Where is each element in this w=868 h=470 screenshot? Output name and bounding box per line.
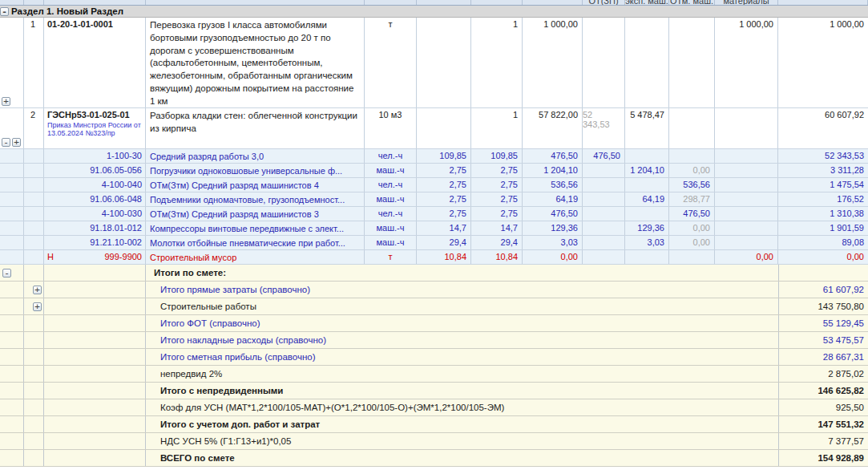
cost-otm-cell: [669, 18, 715, 107]
totals-expand-cell2: [24, 399, 44, 415]
expand-cell: [0, 236, 24, 249]
cost-otm-cell: 0,00: [669, 164, 715, 177]
cost-ot-cell: [583, 18, 625, 107]
totals-expand-cell: [0, 450, 24, 466]
totals-label: Итого прямые затраты (справочно): [160, 285, 310, 294]
expand-icon[interactable]: +: [2, 97, 10, 106]
totals-value: 53 475,57: [823, 335, 864, 345]
estimate-row[interactable]: 91.21.10-002Молотки отбойные пневматичес…: [0, 236, 868, 250]
totals-row[interactable]: Итого ФОТ (справочно)55 129,45: [0, 315, 868, 332]
estimate-row[interactable]: +101-20-1-01-0001Перевозка грузов I клас…: [0, 18, 868, 108]
totals-row[interactable]: +Строительные работы143 750,80: [0, 298, 868, 315]
item-name: Компрессоры винтовые передвижные с элект…: [150, 223, 344, 234]
header-cell-mat[interactable]: материалы: [715, 0, 778, 6]
header-cell-otm[interactable]: ОТм. маш.: [669, 0, 715, 6]
expand-cell: [0, 192, 24, 206]
cost-otm-cell: [669, 108, 715, 148]
header-cell-cost[interactable]: [523, 0, 583, 6]
cost-per-unit-cell: 3,03: [523, 236, 583, 249]
item-code: 01-20-1-01-0001: [47, 19, 113, 29]
cost-em-cell: 5 478,47: [625, 108, 669, 148]
totals-expand-cell2: [24, 433, 44, 449]
totals-row[interactable]: Итого с учетом доп. работ и затрат147 55…: [0, 416, 868, 433]
unit: маш.-ч: [377, 223, 405, 233]
header-cell-num[interactable]: [24, 0, 44, 6]
totals-value: 143 750,80: [818, 302, 864, 311]
totals-label-cell: Коэф для УСН (МАТ*1,2*100/105-МАТ)+(О*1,…: [146, 399, 778, 415]
cost-em-cell: 3,03: [625, 236, 669, 249]
row-number-cell: [24, 221, 44, 235]
item-name-cell: Подъемники одномачтовые, грузоподъемност…: [146, 192, 365, 206]
cost-materials-cell: 0,00: [715, 250, 778, 264]
totals-row[interactable]: Итого накладные расходы (справочно)53 47…: [0, 332, 868, 349]
expand-icon[interactable]: +: [12, 138, 21, 147]
totals-value-cell: 154 928,89: [778, 450, 868, 466]
section-row[interactable]: -Раздел 1. Новый Раздел: [0, 6, 868, 18]
header-cell-em[interactable]: эксп. маш.: [625, 0, 669, 6]
estimate-row[interactable]: Н999-9900Строительный мусорт10,8410,840,…: [0, 250, 868, 265]
header-cell-unit[interactable]: [365, 0, 417, 6]
unit-cell: 10 м3: [365, 108, 417, 148]
estimate-row[interactable]: 1-100-30Средний разряд работы 3,0чел.-ч1…: [0, 149, 868, 164]
expand-icon[interactable]: +: [33, 302, 42, 311]
qty-total-cell: 1: [471, 108, 523, 148]
resource-code: 4-100-030: [102, 209, 142, 218]
totals-label: Итого ФОТ (справочно): [160, 318, 260, 328]
totals-value: 2 875,02: [828, 369, 864, 379]
totals-row[interactable]: -Итоги по смете:: [0, 265, 868, 282]
header-cell-q2[interactable]: [471, 0, 523, 6]
qty-per-unit-cell: 2,75: [417, 192, 471, 206]
qty-per-unit-cell: 14,7: [417, 221, 471, 235]
unit-cell: маш.-ч: [365, 221, 417, 235]
totals-expand-cell2: [24, 332, 44, 348]
row-total-cell: 52 343,53: [778, 149, 868, 163]
expand-cell: [0, 221, 24, 235]
totals-label: Строительные работы: [160, 302, 256, 311]
expand-icon[interactable]: +: [33, 286, 42, 294]
estimate-row[interactable]: 4-100-030ОТм(Зтм) Средний разряд машинис…: [0, 207, 868, 221]
totals-row[interactable]: непредвид 2%2 875,02: [0, 366, 868, 383]
collapse-icon[interactable]: -: [2, 269, 11, 278]
item-code-cell: ГЭСНр53-01-025-01Приказ Минстроя России …: [44, 108, 146, 148]
estimate-row[interactable]: 91.06.06-048Подъемники одномачтовые, гру…: [0, 192, 868, 207]
header-cell-ot[interactable]: ОТ(ЗП): [583, 0, 625, 6]
totals-row[interactable]: Итого с непредвиденными146 625,82: [0, 383, 868, 399]
row-total-cell: 60 607,92: [778, 108, 868, 148]
unit-cell: чел.-ч: [365, 149, 417, 163]
totals-row[interactable]: Коэф для УСН (МАТ*1,2*100/105-МАТ)+(О*1,…: [0, 399, 868, 416]
cost-per-unit-cell: 0,00: [523, 250, 583, 264]
totals-row[interactable]: НДС УСН 5% (Г1:Г13+и1)*0,057 377,57: [0, 433, 868, 450]
cost-materials-cell: [715, 108, 778, 148]
cost-otm-cell: 0,00: [669, 221, 715, 235]
resource-code: 999-9900: [105, 252, 143, 261]
totals-label: Итого сметная прибыль (справочно): [160, 352, 316, 362]
header-cell-desc[interactable]: [146, 0, 365, 6]
collapse-icon[interactable]: -: [2, 138, 10, 147]
totals-row[interactable]: Итого сметная прибыль (справочно)28 667,…: [0, 349, 868, 366]
header-cell-tot[interactable]: [778, 0, 868, 6]
header-cell-q1[interactable]: [417, 0, 471, 6]
totals-row[interactable]: +Итого прямые затраты (справочно)61 607,…: [0, 282, 868, 298]
row-total-cell: 0,00: [778, 250, 868, 264]
totals-expand-cell2: [24, 366, 44, 382]
estimate-row[interactable]: 91.06.05-056Погрузчики одноковшовые унив…: [0, 164, 868, 178]
cost-per-unit-cell: 476,50: [523, 149, 583, 163]
item-name-cell: Молотки отбойные пневматические при рабо…: [146, 236, 365, 249]
totals-expand-cell2: +: [24, 298, 44, 314]
qty-per-unit-cell: 10,84: [417, 250, 471, 264]
row-number-cell: [24, 178, 44, 192]
row-total-cell: 1 901,59: [778, 221, 868, 235]
totals-value: 925,50: [836, 403, 864, 412]
totals-row[interactable]: ВСЕГО по смете154 928,89: [0, 450, 868, 467]
header-cell-exp[interactable]: [0, 0, 24, 6]
header-cell-code[interactable]: [44, 0, 146, 6]
cost-per-unit-cell: 1 204,10: [523, 164, 583, 177]
estimate-row[interactable]: 91.18.01-012Компрессоры винтовые передви…: [0, 221, 868, 236]
expand-cell: [0, 178, 24, 192]
estimate-row[interactable]: -+2ГЭСНр53-01-025-01Приказ Минстроя Росс…: [0, 108, 868, 149]
unit: чел.-ч: [378, 209, 402, 218]
collapse-icon[interactable]: -: [0, 7, 9, 16]
estimate-row[interactable]: 4-100-040ОТм(Зтм) Средний разряд машинис…: [0, 178, 868, 192]
totals-expand-cell: [0, 416, 24, 432]
totals-value: 146 625,82: [818, 386, 864, 395]
